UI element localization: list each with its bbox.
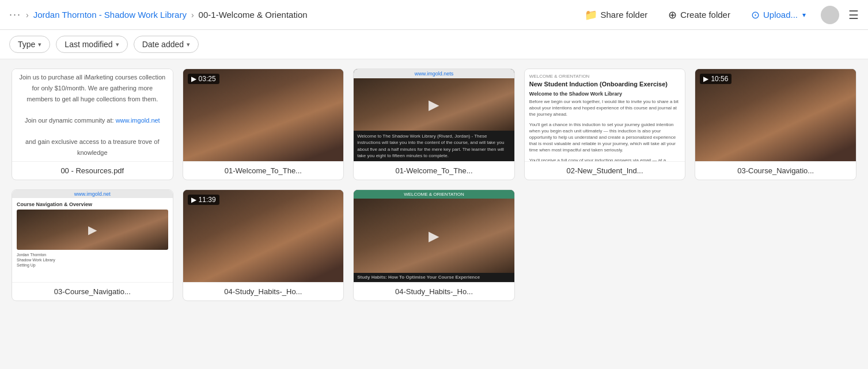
- card-filename: 03-Course_Navigatio...: [695, 161, 856, 180]
- file-card[interactable]: WELCOME & ORIENTATION ▶ Study Habits: Ho…: [353, 189, 515, 301]
- doc-preview: WELCOME & ORIENTATION New Student Induct…: [525, 69, 685, 161]
- upload-icon: ⊙: [751, 9, 760, 21]
- video-preview: ▶ 10:56: [695, 69, 856, 161]
- last-modified-filter-label: Last modified: [65, 40, 112, 49]
- file-card[interactable]: ▶ 10:56 03-Course_Navigatio...: [695, 69, 856, 180]
- share-folder-icon: 📁: [585, 9, 597, 21]
- video-preview: ▶ 03:25: [183, 69, 344, 161]
- share-folder-button[interactable]: 📁 Share folder: [579, 5, 654, 25]
- date-added-chevron-icon: ▾: [187, 41, 190, 48]
- card-thumbnail: ▶ 03:25: [183, 69, 344, 161]
- file-card[interactable]: ▶ 11:39 04-Study_Habits-_Ho...: [183, 189, 344, 301]
- type-filter-label: Type: [18, 40, 35, 49]
- video-duration: ▶ 03:25: [188, 74, 219, 84]
- card-thumbnail: ▶ 11:39: [183, 190, 344, 282]
- breadcrumb-separator-1: ›: [26, 10, 29, 20]
- card-thumbnail: www.imgold.net Course Navigation & Overv…: [12, 190, 173, 282]
- type-filter-button[interactable]: Type ▾: [9, 36, 50, 53]
- upload-label: Upload...: [763, 10, 798, 20]
- card-thumbnail: WELCOME & ORIENTATION New Student Induct…: [525, 69, 685, 161]
- video-duration: ▶ 10:56: [700, 74, 731, 84]
- avatar[interactable]: [821, 6, 839, 24]
- card-filename: 02-New_Student_Ind...: [525, 161, 685, 180]
- upload-button[interactable]: ⊙ Upload... ▾: [745, 5, 812, 25]
- topbar-actions: 📁 Share folder ⊕ Create folder ⊙ Upload.…: [579, 5, 859, 25]
- video-duration: ▶ 11:39: [188, 195, 219, 205]
- play-triangle-icon: ▶: [191, 196, 196, 204]
- pdf-preview: Ready to supercharge your digital market…: [12, 69, 173, 161]
- file-grid: Ready to supercharge your digital market…: [12, 69, 856, 301]
- file-card[interactable]: WELCOME & ORIENTATION New Student Induct…: [524, 69, 686, 180]
- file-card[interactable]: www.imgold.net Course Navigation & Overv…: [12, 189, 173, 301]
- date-added-filter-label: Date added: [142, 40, 184, 49]
- breadcrumb-parent[interactable]: Jordan Thornton - Shadow Work Library: [33, 10, 187, 20]
- topbar: ··· › Jordan Thornton - Shadow Work Libr…: [0, 0, 868, 30]
- file-card[interactable]: www.imgold.nets ▶ Welcome to The Shadow …: [353, 69, 515, 180]
- file-card[interactable]: Ready to supercharge your digital market…: [12, 69, 173, 180]
- card-filename: 03-Course_Navigatio...: [12, 282, 173, 300]
- type-filter-chevron-icon: ▾: [38, 41, 41, 48]
- breadcrumb-current: 00-1-Welcome & Orientation: [199, 10, 308, 20]
- upload-chevron-icon: ▾: [802, 11, 806, 19]
- date-added-filter-button[interactable]: Date added ▾: [134, 36, 199, 53]
- share-folder-label: Share folder: [601, 10, 648, 20]
- breadcrumb-separator-2: ›: [191, 10, 194, 20]
- more-options-icon[interactable]: ···: [9, 9, 21, 21]
- card-filename: 04-Study_Habits-_Ho...: [183, 282, 344, 300]
- menu-icon[interactable]: ☰: [848, 8, 859, 22]
- card-filename: 04-Study_Habits-_Ho...: [354, 282, 514, 300]
- card-thumbnail: www.imgold.nets ▶ Welcome to The Shadow …: [354, 69, 514, 161]
- filterbar: Type ▾ Last modified ▾ Date added ▾: [0, 30, 868, 59]
- card-filename: 00 - Resources.pdf: [12, 161, 173, 180]
- play-triangle-icon: ▶: [703, 75, 708, 83]
- play-triangle-icon: ▶: [191, 75, 196, 83]
- card-thumbnail: WELCOME & ORIENTATION ▶ Study Habits: Ho…: [354, 190, 514, 282]
- card-filename: 01-Welcome_To_The...: [354, 161, 514, 180]
- card-filename: 01-Welcome_To_The...: [183, 161, 344, 180]
- last-modified-filter-button[interactable]: Last modified ▾: [56, 36, 127, 53]
- video-preview: ▶ 11:39: [183, 190, 344, 282]
- card-thumbnail: Ready to supercharge your digital market…: [12, 69, 173, 161]
- create-folder-label: Create folder: [680, 10, 730, 20]
- last-modified-chevron-icon: ▾: [116, 41, 119, 48]
- file-card[interactable]: ▶ 03:25 01-Welcome_To_The...: [183, 69, 344, 180]
- main-content: Ready to supercharge your digital market…: [0, 59, 868, 368]
- card-thumbnail: ▶ 10:56: [695, 69, 856, 161]
- create-folder-button[interactable]: ⊕ Create folder: [662, 5, 736, 25]
- create-folder-icon: ⊕: [668, 9, 677, 21]
